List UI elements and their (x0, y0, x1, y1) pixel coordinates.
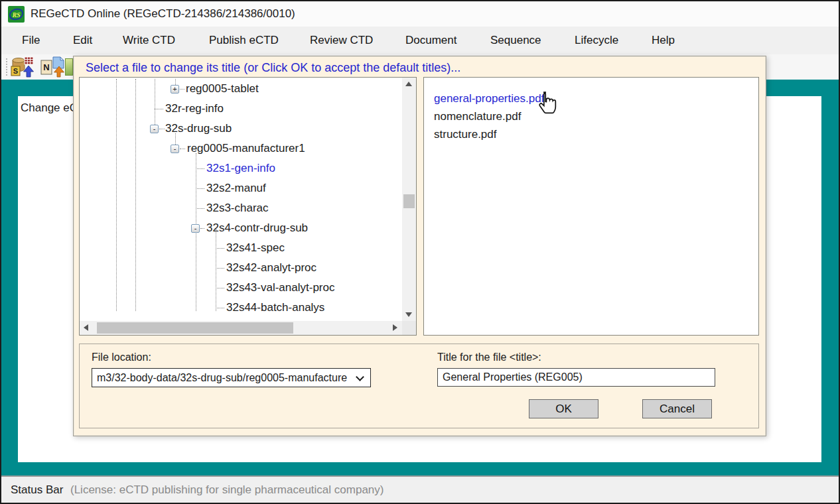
tree-connector-line (196, 208, 204, 209)
file-title-input[interactable] (437, 368, 715, 387)
tree-connector-line (216, 248, 224, 249)
app-logo-icon: RS (8, 6, 25, 23)
scroll-down-icon[interactable] (405, 312, 412, 317)
file-item-structure[interactable]: structure.pdf (434, 128, 497, 141)
expand-toggle-32s4-contr-drug-sub[interactable]: - (191, 224, 200, 233)
menu-review-ctd[interactable]: Review CTD (310, 27, 373, 54)
document-upload-icon[interactable]: N (40, 56, 65, 78)
inner-window-title: Change eC (21, 101, 78, 115)
ctd-tree-panel[interactable]: + - - - reg0005-tablet 32r-reg-info 32s-… (79, 77, 417, 336)
menu-sequence[interactable]: Sequence (490, 27, 541, 54)
menu-document[interactable]: Document (405, 27, 456, 54)
scroll-right-icon[interactable] (393, 324, 397, 331)
status-bar-label: Status Bar (11, 477, 63, 503)
tree-horizontal-scrollbar[interactable] (80, 321, 402, 335)
file-item-nomenclature[interactable]: nomenclature.pdf (434, 110, 521, 123)
tree-item-32s44-batch-analys[interactable]: 32s44-batch-analys (226, 301, 324, 314)
tree-item-32s41-spec[interactable]: 32s41-spec (226, 241, 285, 255)
window-title: REGeCTD Online (REGeCTD-214386/214386/00… (31, 1, 295, 27)
file-location-label: File location: (92, 351, 151, 363)
tree-item-reg0005-tablet[interactable]: reg0005-tablet (186, 82, 259, 95)
file-location-value: m3/32-body-data/32s-drug-sub/reg0005-man… (97, 372, 347, 383)
menu-file[interactable]: File (22, 27, 40, 54)
expand-toggle-32s-drug-sub[interactable]: - (150, 125, 159, 133)
file-title-label: Title for the file <title>: (437, 351, 541, 363)
file-item-general-properties[interactable]: general-properties.pdf (434, 92, 544, 105)
menu-publish-ectd[interactable]: Publish eCTD (209, 27, 279, 54)
tree-item-32s1-gen-info[interactable]: 32s1-gen-info (206, 162, 275, 175)
tree-item-32s43-val-analyt-proc[interactable]: 32s43-val-analyt-proc (226, 281, 334, 294)
scroll-up-icon[interactable] (405, 82, 412, 86)
svg-text:N: N (43, 62, 49, 72)
tree-vertical-scrollbar[interactable] (402, 78, 416, 321)
tree-item-32s-drug-sub[interactable]: 32s-drug-sub (165, 122, 232, 135)
scrollbar-corner (402, 321, 416, 335)
tree-item-reg0005-manufacturer1[interactable]: reg0005-manufacturer1 (187, 142, 305, 155)
toolbar-icon-partial[interactable] (65, 58, 73, 76)
app-window: RS REGeCTD Online (REGeCTD-214386/214386… (0, 0, 840, 504)
hand-cursor-icon (535, 91, 558, 117)
menu-help[interactable]: Help (652, 27, 675, 54)
tree-guide-line (216, 229, 216, 311)
vertical-scroll-thumb[interactable] (403, 194, 415, 208)
dialog-footer-groupbox: File location: m3/32-body-data/32s-drug-… (79, 344, 759, 428)
tree-guide-line (116, 79, 117, 311)
tree-guide-line (155, 79, 155, 129)
tree-item-32r-reg-info[interactable]: 32r-reg-info (165, 102, 224, 115)
tree-connector-line (196, 188, 204, 189)
ok-button[interactable]: OK (529, 399, 598, 418)
menu-write-ctd[interactable]: Write CTD (123, 27, 175, 54)
cancel-button[interactable]: Cancel (642, 399, 712, 418)
status-bar: Status Bar (License: eCTD publishing for… (1, 477, 839, 503)
tree-connector-line (159, 129, 165, 129)
scroll-left-icon[interactable] (84, 324, 88, 331)
tree-item-32s4-contr-drug-sub[interactable]: 32s4-contr-drug-sub (206, 221, 308, 235)
tree-connector-line (196, 168, 204, 169)
expand-toggle-reg0005-manufacturer1[interactable]: - (171, 145, 179, 153)
tree-connector-line (216, 288, 224, 288)
tree-connector-line (200, 228, 204, 229)
tree-connector-line (216, 268, 224, 269)
tree-connector-line (180, 149, 185, 149)
toolbar-gripper[interactable] (6, 58, 7, 76)
svg-text:S: S (13, 67, 18, 75)
change-title-dialog: Select a file to change its title (or Cl… (73, 56, 766, 436)
dialog-header-text: Select a file to change its title (or Cl… (86, 61, 460, 75)
horizontal-scroll-thumb[interactable] (97, 322, 293, 334)
tree-item-32s42-analyt-proc[interactable]: 32s42-analyt-proc (226, 261, 316, 275)
tree-item-32s2-manuf[interactable]: 32s2-manuf (206, 182, 266, 195)
tree-connector-line (155, 109, 163, 109)
title-bar: RS REGeCTD Online (REGeCTD-214386/214386… (1, 1, 839, 27)
menu-lifecycle[interactable]: Lifecycle (575, 27, 618, 54)
tree-connector-line (180, 89, 184, 90)
chevron-down-icon (356, 373, 364, 381)
file-location-dropdown[interactable]: m3/32-body-data/32s-drug-sub/reg0005-man… (92, 368, 371, 387)
menu-bar: File Edit Write CTD Publish eCTD Review … (1, 27, 839, 54)
tree-guide-line (135, 79, 136, 311)
status-bar-license: (License: eCTD publishing for single pha… (70, 477, 384, 503)
database-upload-icon[interactable]: S (11, 56, 35, 78)
tree-connector-line (216, 308, 224, 308)
tree-item-32s3-charac[interactable]: 32s3-charac (206, 202, 269, 215)
expand-toggle-reg0005-tablet[interactable]: + (171, 85, 179, 94)
file-list-panel[interactable]: general-properties.pdf nomenclature.pdf … (423, 77, 759, 336)
svg-text:RS: RS (11, 11, 21, 19)
menu-edit[interactable]: Edit (73, 27, 92, 54)
